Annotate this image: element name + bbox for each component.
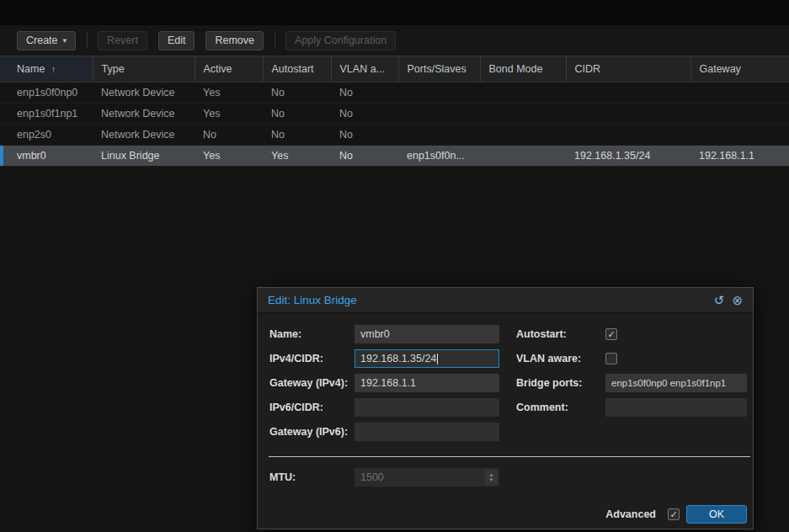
cell-type: Network Device	[93, 82, 195, 104]
column-header-label: Name	[17, 63, 45, 75]
table-row[interactable]: enp2s0 Network Device No No No	[0, 125, 789, 146]
reset-icon[interactable]: ↺	[714, 294, 725, 306]
cell-name: enp1s0f1np1	[0, 104, 93, 125]
gateway-ipv4-label: Gateway (IPv4):	[269, 374, 348, 392]
table-row[interactable]: enp1s0f0np0 Network Device Yes No No	[0, 82, 789, 104]
cell-autostart: No	[263, 82, 331, 104]
advanced-checkbox[interactable]: ✓	[668, 508, 680, 520]
check-icon: ✓	[669, 510, 677, 519]
autostart-checkbox[interactable]: ✓	[605, 328, 617, 340]
cell-type: Network Device	[93, 104, 195, 125]
ipv6-cidr-field[interactable]	[355, 398, 499, 417]
column-header-vlan[interactable]: VLAN a...	[331, 56, 398, 82]
column-header-bond-mode[interactable]: Bond Mode	[480, 56, 566, 82]
toolbar-separator	[87, 32, 88, 49]
cell-vlan: No	[331, 104, 398, 125]
cell-autostart: Yes	[263, 146, 331, 167]
close-icon[interactable]: ⊗	[732, 294, 743, 306]
comment-label: Comment:	[516, 398, 568, 417]
cell-vlan: No	[331, 125, 398, 146]
cell-name: vmbr0	[0, 146, 93, 167]
top-strip	[0, 0, 789, 25]
gateway-ipv4-field[interactable]: 192.168.1.1	[355, 374, 499, 392]
network-toolbar: Create ▾ Revert Edit Remove Apply Config…	[0, 25, 789, 56]
create-button[interactable]: Create ▾	[17, 31, 76, 51]
comment-field[interactable]	[605, 398, 747, 417]
cell-ports	[398, 82, 480, 104]
sort-asc-icon: ↑	[51, 64, 56, 74]
cell-active: Yes	[195, 104, 263, 125]
cell-active: Yes	[195, 146, 263, 167]
chevron-down-icon: ▾	[63, 37, 67, 45]
column-header-name[interactable]: Name ↑	[0, 56, 93, 82]
advanced-section-divider	[269, 456, 750, 457]
apply-configuration-button[interactable]: Apply Configuration	[285, 31, 396, 51]
dialog-title: Edit: Linux Bridge	[268, 294, 357, 306]
gateway-ipv6-field[interactable]	[355, 423, 499, 441]
column-header-ports-slaves[interactable]: Ports/Slaves	[398, 56, 480, 82]
table-row-selected[interactable]: vmbr0 Linux Bridge Yes Yes No enp1s0f0n.…	[0, 146, 789, 167]
column-header-label: Active	[204, 63, 232, 75]
column-header-label: CIDR	[575, 63, 601, 75]
cell-gateway	[690, 125, 789, 146]
cell-active: No	[195, 125, 263, 146]
spinner-down-icon[interactable]: ▼	[489, 477, 494, 482]
edit-linux-bridge-dialog: Edit: Linux Bridge ↺ ⊗ Name: vmbr0 IPv4/…	[257, 287, 754, 529]
cell-type: Linux Bridge	[93, 146, 195, 167]
cell-cidr	[566, 104, 690, 125]
column-header-active[interactable]: Active	[195, 56, 263, 82]
cell-cidr: 192.168.1.35/24	[566, 146, 690, 167]
vlan-aware-checkbox[interactable]	[605, 353, 617, 364]
cell-name: enp1s0f0np0	[0, 82, 93, 104]
toolbar-separator	[275, 32, 275, 49]
check-icon: ✓	[607, 330, 615, 339]
cell-autostart: No	[263, 104, 331, 125]
cell-bond-mode	[480, 146, 566, 167]
cell-gateway: 192.168.1.1	[690, 146, 789, 167]
mtu-label: MTU:	[269, 468, 296, 487]
column-header-label: Ports/Slaves	[408, 63, 466, 75]
ipv4-cidr-label: IPv4/CIDR:	[269, 349, 323, 368]
mtu-field[interactable]: 1500 ▲ ▼	[355, 468, 499, 487]
cell-bond-mode	[480, 82, 566, 104]
dialog-footer: Advanced ✓ OK	[258, 504, 753, 524]
cell-name: enp2s0	[0, 125, 93, 146]
mtu-placeholder: 1500	[360, 471, 384, 483]
cell-bond-mode	[480, 104, 566, 125]
ok-button[interactable]: OK	[686, 505, 747, 524]
column-header-autostart[interactable]: Autostart	[263, 56, 331, 82]
column-header-cidr[interactable]: CIDR	[566, 56, 690, 82]
network-interfaces-table: Name ↑ Type Active Autostart VLAN a... P…	[0, 56, 789, 167]
cell-cidr	[566, 125, 690, 146]
column-header-type[interactable]: Type	[93, 56, 195, 82]
remove-button[interactable]: Remove	[205, 31, 264, 51]
bridge-ports-field[interactable]: enp1s0f0np0 enp1s0f1np1	[605, 374, 747, 392]
create-button-label: Create	[26, 35, 58, 46]
advanced-label: Advanced	[605, 508, 656, 520]
vlan-aware-label: VLAN aware:	[516, 349, 581, 368]
name-field[interactable]: vmbr0	[355, 325, 499, 343]
column-header-label: Type	[102, 63, 125, 75]
cell-autostart: No	[263, 125, 331, 146]
autostart-label: Autostart:	[516, 325, 567, 343]
edit-button[interactable]: Edit	[158, 31, 195, 51]
column-header-label: Autostart	[272, 63, 314, 75]
column-header-gateway[interactable]: Gateway	[690, 56, 789, 82]
cell-type: Network Device	[93, 125, 195, 146]
gateway-ipv6-label: Gateway (IPv6):	[269, 423, 348, 441]
column-header-label: Gateway	[700, 63, 741, 75]
revert-button[interactable]: Revert	[98, 31, 147, 51]
edit-button-label: Edit	[168, 35, 186, 46]
mtu-spinner[interactable]: ▲ ▼	[485, 470, 498, 485]
cell-cidr	[566, 82, 690, 104]
cell-active: Yes	[195, 82, 263, 104]
column-header-label: VLAN a...	[340, 63, 386, 75]
dialog-titlebar[interactable]: Edit: Linux Bridge ↺ ⊗	[258, 288, 753, 313]
remove-button-label: Remove	[215, 35, 254, 46]
proxmox-network-page: Create ▾ Revert Edit Remove Apply Config…	[0, 0, 789, 532]
cell-gateway	[690, 104, 789, 125]
ipv4-cidr-field[interactable]: 192.168.1.35/24	[355, 349, 499, 368]
table-header-row: Name ↑ Type Active Autostart VLAN a... P…	[0, 56, 789, 82]
table-row[interactable]: enp1s0f1np1 Network Device Yes No No	[0, 104, 789, 125]
cell-vlan: No	[331, 146, 398, 167]
